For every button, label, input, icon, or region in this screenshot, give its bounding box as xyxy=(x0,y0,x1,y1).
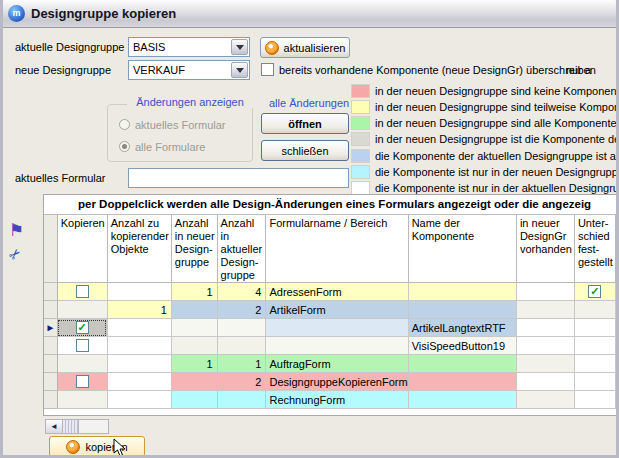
cell-kopieren[interactable] xyxy=(57,337,107,355)
cell-kopieren[interactable] xyxy=(57,373,107,391)
cell-formularname[interactable]: DesigngruppeKopierenForm xyxy=(266,373,408,391)
cell-name-der-komponente[interactable]: VisiSpeedButton19 xyxy=(408,337,516,355)
cell-in-neuer-designgr-vorhanden[interactable] xyxy=(516,373,574,391)
table-row[interactable]: 14AdressenForm✓ xyxy=(44,283,619,301)
cell-anzahl-aktuelle-designgruppe[interactable] xyxy=(217,391,266,409)
cell-formularname[interactable]: ArtikelForm xyxy=(266,301,408,319)
cell-anzahl-aktuelle-designgruppe[interactable]: 2 xyxy=(217,301,266,319)
cell-kopieren[interactable]: ✓ xyxy=(57,319,107,337)
cell-name-der-komponente[interactable] xyxy=(408,373,516,391)
horizontal-scrollbar[interactable]: ◄ xyxy=(45,419,109,434)
cell-anzahl-zu-kopierender-objekte[interactable] xyxy=(107,391,171,409)
cell-in-neuer-designgr-vorhanden[interactable] xyxy=(516,391,574,409)
cell-anzahl-zu-kopierender-objekte[interactable] xyxy=(107,283,171,301)
cell-anzahl-neue-designgruppe[interactable] xyxy=(171,301,217,319)
all-forms-radio[interactable] xyxy=(119,141,130,152)
flag-icon[interactable]: ⚑ xyxy=(9,220,24,241)
cell-anzahl-zu-kopierender-objekte[interactable]: 1 xyxy=(107,301,171,319)
cell-unterschied-festgestellt[interactable] xyxy=(574,391,615,409)
cell-in-neuer-designgr-vorhanden[interactable] xyxy=(516,355,574,373)
chevron-down-icon[interactable] xyxy=(231,62,248,78)
cell-anzahl-aktuelle-designgruppe[interactable] xyxy=(217,337,266,355)
row-indicator[interactable] xyxy=(44,337,57,355)
cell-name-der-komponente[interactable] xyxy=(408,301,516,319)
cell-anzahl-neue-designgruppe[interactable] xyxy=(171,391,217,409)
grid-checkbox[interactable] xyxy=(76,375,89,388)
copy-button[interactable]: kopieren xyxy=(49,436,145,457)
scroll-left-icon[interactable]: ◄ xyxy=(46,420,63,433)
cell-anzahl-aktuelle-designgruppe[interactable] xyxy=(217,319,266,337)
cell-name-der-komponente[interactable] xyxy=(408,283,516,301)
legend-row: in der neuen Designgruppe ist die Kompon… xyxy=(351,132,619,147)
cell-anzahl-zu-kopierender-objekte[interactable] xyxy=(107,355,171,373)
cell-in-neuer-designgr-vorhanden[interactable] xyxy=(516,337,574,355)
legend-row: die Komponente der aktuellen Designgrupp… xyxy=(351,148,619,163)
table-row[interactable]: RechnungForm xyxy=(44,391,619,409)
cell-anzahl-zu-kopierender-objekte[interactable] xyxy=(107,319,171,337)
legend-text: die Komponente ist nur in der neuen Desi… xyxy=(375,166,619,178)
cell-formularname[interactable]: AuftragForm xyxy=(266,355,408,373)
cell-in-neuer-designgr-vorhanden[interactable] xyxy=(516,319,574,337)
cell-anzahl-aktuelle-designgruppe[interactable]: 2 xyxy=(217,373,266,391)
cell-name-der-komponente[interactable] xyxy=(408,355,516,373)
cell-anzahl-neue-designgruppe[interactable]: 1 xyxy=(171,283,217,301)
current-group-combobox[interactable]: BASIS xyxy=(128,37,250,57)
cell-unterschied-festgestellt[interactable] xyxy=(574,355,615,373)
open-button[interactable]: öffnen xyxy=(261,113,349,134)
row-indicator[interactable]: ► xyxy=(44,319,57,337)
cell-unterschied-festgestellt[interactable]: ✓ xyxy=(574,283,615,301)
chevron-down-icon[interactable] xyxy=(231,39,248,55)
current-form-field-label: aktuelles Formular xyxy=(15,172,105,184)
cell-formularname[interactable] xyxy=(266,319,408,337)
cell-kopieren[interactable] xyxy=(57,301,107,319)
row-indicator[interactable] xyxy=(44,373,57,391)
cell-unterschied-festgestellt[interactable] xyxy=(574,301,615,319)
cell-overflow-sliver xyxy=(615,301,619,319)
table-row[interactable]: VisiSpeedButton19 xyxy=(44,337,619,355)
grid-checkbox[interactable]: ✓ xyxy=(588,285,601,298)
row-indicator[interactable] xyxy=(44,283,57,301)
table-row[interactable]: ►✓ArtikelLangtextRTF xyxy=(44,319,619,337)
cell-in-neuer-designgr-vorhanden[interactable] xyxy=(516,283,574,301)
cell-name-der-komponente[interactable] xyxy=(408,391,516,409)
cell-anzahl-zu-kopierender-objekte[interactable] xyxy=(107,337,171,355)
cell-kopieren[interactable] xyxy=(57,391,107,409)
current-form-radio[interactable] xyxy=(119,119,130,130)
scrollbar-thumb[interactable] xyxy=(63,420,79,433)
show-changes-groupbox xyxy=(107,104,253,162)
cell-kopieren[interactable] xyxy=(57,283,107,301)
cell-anzahl-neue-designgruppe[interactable] xyxy=(171,337,217,355)
close-button[interactable]: schließen xyxy=(261,140,349,161)
cell-anzahl-aktuelle-designgruppe[interactable]: 4 xyxy=(217,283,266,301)
table-row[interactable]: 2DesigngruppeKopierenForm xyxy=(44,373,619,391)
cell-unterschied-festgestellt[interactable] xyxy=(574,373,615,391)
grid-checkbox[interactable] xyxy=(76,339,89,352)
grid-checkbox[interactable]: ✓ xyxy=(76,321,89,334)
cell-anzahl-neue-designgruppe[interactable]: 1 xyxy=(171,355,217,373)
cell-formularname[interactable]: RechnungForm xyxy=(266,391,408,409)
cell-anzahl-aktuelle-designgruppe[interactable]: 1 xyxy=(217,355,266,373)
grid-checkbox[interactable] xyxy=(76,285,89,298)
new-group-combobox[interactable]: VERKAUF xyxy=(128,60,250,80)
current-form-input[interactable] xyxy=(128,168,349,188)
overwrite-checkbox[interactable] xyxy=(261,63,274,76)
scissors-icon[interactable]: ✂ xyxy=(5,244,25,264)
cell-unterschied-festgestellt[interactable] xyxy=(574,319,615,337)
row-indicator[interactable] xyxy=(44,391,57,409)
cell-anzahl-neue-designgruppe[interactable] xyxy=(171,373,217,391)
cell-kopieren[interactable] xyxy=(57,355,107,373)
title-bar[interactable]: m Designgruppe kopieren xyxy=(0,0,619,28)
cell-in-neuer-designgr-vorhanden[interactable] xyxy=(516,301,574,319)
table-row[interactable]: 12ArtikelForm xyxy=(44,301,619,319)
cell-anzahl-zu-kopierender-objekte[interactable] xyxy=(107,373,171,391)
cell-formularname[interactable]: AdressenForm xyxy=(266,283,408,301)
components-grid[interactable]: KopierenAnzahl zu kopierender ObjekteAnz… xyxy=(44,215,619,409)
cell-unterschied-festgestellt[interactable] xyxy=(574,337,615,355)
row-indicator[interactable] xyxy=(44,355,57,373)
cell-formularname[interactable] xyxy=(266,337,408,355)
table-row[interactable]: 11AuftragForm xyxy=(44,355,619,373)
row-indicator[interactable] xyxy=(44,301,57,319)
cell-anzahl-neue-designgruppe[interactable] xyxy=(171,319,217,337)
cell-name-der-komponente[interactable]: ArtikelLangtextRTF xyxy=(408,319,516,337)
refresh-button[interactable]: aktualisieren xyxy=(260,37,350,58)
